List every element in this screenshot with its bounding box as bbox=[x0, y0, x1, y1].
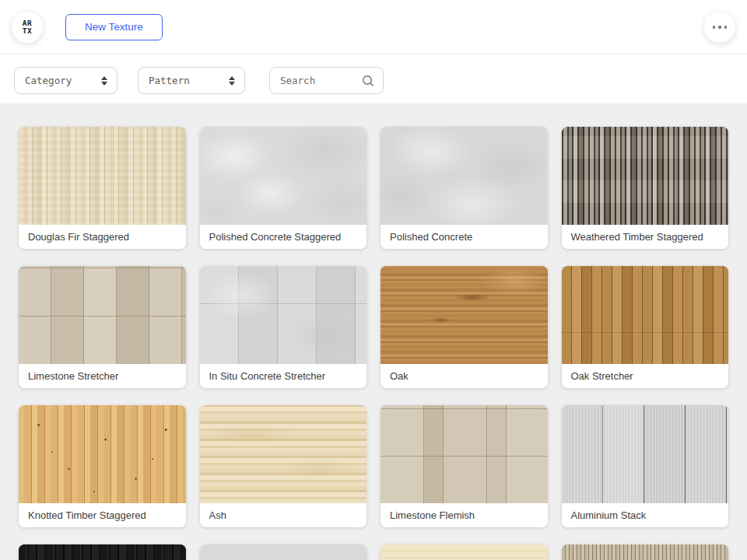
texture-thumbnail bbox=[381, 127, 548, 225]
texture-name-label: Ash bbox=[200, 503, 367, 527]
texture-thumbnail bbox=[381, 544, 548, 560]
texture-thumbnail bbox=[19, 405, 186, 503]
new-texture-button[interactable]: New Texture bbox=[65, 14, 163, 40]
texture-card-limestone-stretcher[interactable]: Limestone Stretcher bbox=[19, 266, 186, 388]
texture-card-partial-15[interactable] bbox=[562, 544, 729, 560]
texture-card-partial-14[interactable] bbox=[381, 544, 548, 560]
texture-card-limestone-flemish[interactable]: Limestone Flemish bbox=[381, 405, 548, 527]
sort-arrows-icon bbox=[229, 76, 235, 86]
texture-card-polished-concrete[interactable]: Polished Concrete bbox=[381, 127, 548, 249]
texture-name-label: Douglas Fir Staggered bbox=[19, 225, 186, 249]
texture-name-label: Limestone Flemish bbox=[381, 503, 548, 527]
texture-card-oak-stretcher[interactable]: Oak Stretcher bbox=[562, 266, 729, 388]
pattern-dropdown[interactable]: Pattern bbox=[138, 67, 245, 94]
texture-thumbnail bbox=[562, 266, 729, 364]
texture-thumbnail bbox=[562, 405, 729, 503]
texture-card-knotted-timber-staggered[interactable]: Knotted Timber Staggered bbox=[19, 405, 186, 527]
texture-name-label: Knotted Timber Staggered bbox=[19, 503, 186, 527]
texture-card-ash[interactable]: Ash bbox=[200, 405, 367, 527]
texture-thumbnail bbox=[562, 544, 729, 560]
header: AR TX New Texture bbox=[0, 0, 747, 54]
search-input[interactable] bbox=[280, 68, 361, 93]
texture-thumbnail bbox=[19, 127, 186, 225]
texture-thumbnail bbox=[19, 266, 186, 364]
texture-name-label: In Situ Concrete Stretcher bbox=[200, 364, 367, 388]
texture-thumbnail bbox=[19, 544, 186, 560]
pattern-dropdown-label: Pattern bbox=[149, 75, 190, 86]
logo-text-line2: TX bbox=[23, 27, 32, 35]
texture-name-label: Polished Concrete Staggered bbox=[200, 225, 367, 249]
texture-name-label: Oak Stretcher bbox=[562, 364, 729, 388]
texture-grid: Douglas Fir Staggered Polished Concrete … bbox=[0, 103, 747, 560]
more-menu-button[interactable] bbox=[704, 12, 735, 43]
texture-thumbnail bbox=[200, 544, 367, 560]
texture-library-app: AR TX New Texture Category Pattern bbox=[0, 0, 747, 560]
texture-name-label: Oak bbox=[381, 364, 548, 388]
app-logo[interactable]: AR TX bbox=[12, 12, 43, 43]
texture-name-label: Aluminium Stack bbox=[562, 503, 729, 527]
texture-card-partial-13[interactable] bbox=[200, 544, 367, 560]
texture-card-oak[interactable]: Oak bbox=[381, 266, 548, 388]
texture-thumbnail bbox=[200, 266, 367, 364]
texture-card-aluminium-stack[interactable]: Aluminium Stack bbox=[562, 405, 729, 527]
ellipsis-icon bbox=[713, 26, 716, 29]
texture-thumbnail bbox=[381, 405, 548, 503]
texture-card-polished-concrete-staggered[interactable]: Polished Concrete Staggered bbox=[200, 127, 367, 249]
texture-name-label: Limestone Stretcher bbox=[19, 364, 186, 388]
texture-card-in-situ-concrete-stretcher[interactable]: In Situ Concrete Stretcher bbox=[200, 266, 367, 388]
filter-bar: Category Pattern bbox=[0, 54, 747, 103]
search-icon bbox=[361, 74, 375, 88]
texture-name-label: Polished Concrete bbox=[381, 225, 548, 249]
search-box bbox=[269, 67, 384, 94]
texture-thumbnail bbox=[200, 127, 367, 225]
texture-card-weathered-timber-staggered[interactable]: Weathered Timber Staggered bbox=[562, 127, 729, 249]
texture-thumbnail bbox=[381, 266, 548, 364]
texture-card-partial-12[interactable] bbox=[19, 544, 186, 560]
ellipsis-icon bbox=[718, 26, 721, 29]
category-dropdown-label: Category bbox=[25, 75, 72, 86]
texture-name-label: Weathered Timber Staggered bbox=[562, 225, 729, 249]
sort-arrows-icon bbox=[101, 76, 107, 86]
category-dropdown[interactable]: Category bbox=[14, 67, 117, 94]
ellipsis-icon bbox=[724, 26, 728, 29]
texture-thumbnail bbox=[562, 127, 729, 225]
texture-thumbnail bbox=[200, 405, 367, 503]
texture-card-douglas-fir-staggered[interactable]: Douglas Fir Staggered bbox=[19, 127, 186, 249]
